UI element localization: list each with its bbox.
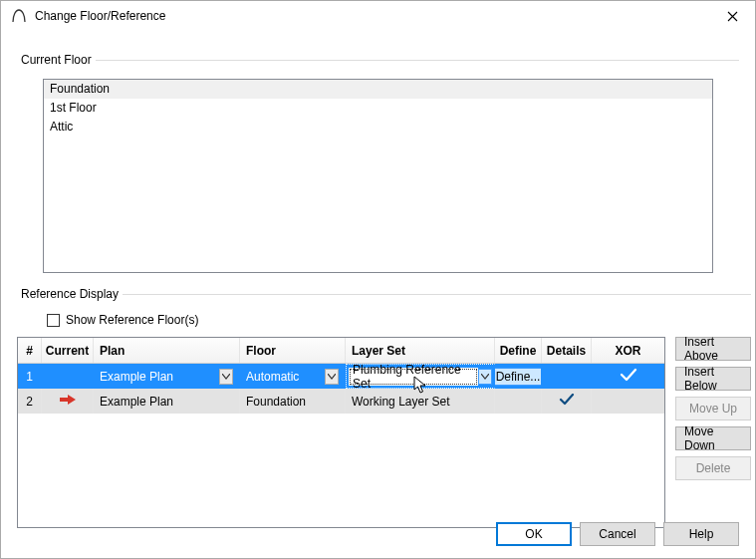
close-button[interactable] xyxy=(710,1,755,31)
cell-layerset[interactable]: Plumbing Reference Set xyxy=(346,364,495,389)
cell-current xyxy=(42,389,94,414)
chevron-down-icon[interactable] xyxy=(325,369,339,385)
cell-layerset-value: Plumbing Reference Set xyxy=(349,368,478,386)
col-plan[interactable]: Plan xyxy=(94,338,240,363)
cell-num: 1 xyxy=(18,364,42,389)
grid-header: # Current Plan Floor Layer Set Define De… xyxy=(18,338,664,364)
cell-define[interactable] xyxy=(495,389,542,414)
cell-plan[interactable]: Example Plan xyxy=(94,389,240,414)
col-define[interactable]: Define xyxy=(495,338,542,363)
grid-side-buttons: Insert Above Insert Below Move Up Move D… xyxy=(675,337,751,480)
col-layerset[interactable]: Layer Set xyxy=(346,338,495,363)
floor-item-foundation[interactable]: Foundation xyxy=(44,80,712,99)
chevron-down-icon[interactable] xyxy=(219,369,233,385)
cell-layerset[interactable]: Working Layer Set xyxy=(346,389,495,414)
reference-grid: # Current Plan Floor Layer Set Define De… xyxy=(17,337,665,528)
col-xor[interactable]: XOR xyxy=(592,338,664,363)
cell-details[interactable] xyxy=(542,364,592,389)
dialog-footer: OK Cancel Help xyxy=(496,522,739,546)
col-current[interactable]: Current xyxy=(42,338,94,363)
check-icon xyxy=(559,394,575,409)
grid-row-2[interactable]: 2 Example Plan Foundation Working Layer … xyxy=(18,389,664,414)
ok-button[interactable]: OK xyxy=(496,522,572,546)
dialog-change-floor-reference: Change Floor/Reference Current Floor Fou… xyxy=(0,0,756,559)
app-icon xyxy=(11,8,27,24)
cell-floor-value: Automatic xyxy=(246,370,299,384)
cell-floor[interactable]: Foundation xyxy=(240,389,346,414)
current-arrow-icon xyxy=(59,394,77,409)
cell-details[interactable] xyxy=(542,389,592,414)
reference-display-label: Reference Display xyxy=(17,287,123,301)
show-reference-label: Show Reference Floor(s) xyxy=(66,313,198,327)
help-button[interactable]: Help xyxy=(663,522,739,546)
check-icon xyxy=(620,368,637,385)
reference-display-group: Reference Display Show Reference Floor(s… xyxy=(17,287,751,528)
chevron-down-icon[interactable] xyxy=(478,369,492,385)
cell-current xyxy=(42,364,94,389)
show-reference-checkbox[interactable] xyxy=(47,314,60,327)
cell-plan[interactable]: Example Plan xyxy=(94,364,240,389)
cell-plan-value: Example Plan xyxy=(100,370,173,384)
col-num[interactable]: # xyxy=(18,338,42,363)
define-button[interactable]: Define... xyxy=(495,368,542,386)
floor-list[interactable]: Foundation 1st Floor Attic xyxy=(43,79,713,273)
cell-xor[interactable] xyxy=(592,364,664,389)
col-floor[interactable]: Floor xyxy=(240,338,346,363)
insert-above-button[interactable]: Insert Above xyxy=(675,337,751,361)
move-up-button[interactable]: Move Up xyxy=(675,397,751,420)
col-details[interactable]: Details xyxy=(542,338,592,363)
delete-button[interactable]: Delete xyxy=(675,456,751,480)
cell-xor[interactable] xyxy=(592,389,664,414)
floor-item-1st[interactable]: 1st Floor xyxy=(44,99,712,118)
floor-item-attic[interactable]: Attic xyxy=(44,118,712,137)
insert-below-button[interactable]: Insert Below xyxy=(675,367,751,391)
dialog-title: Change Floor/Reference xyxy=(35,9,165,23)
move-down-button[interactable]: Move Down xyxy=(675,426,751,450)
titlebar: Change Floor/Reference xyxy=(1,1,755,31)
cell-define[interactable]: Define... xyxy=(495,364,542,389)
cancel-button[interactable]: Cancel xyxy=(580,522,655,546)
cell-floor[interactable]: Automatic xyxy=(240,364,346,389)
current-floor-group: Current Floor Foundation 1st Floor Attic xyxy=(17,53,739,273)
current-floor-label: Current Floor xyxy=(17,53,96,67)
grid-row-1[interactable]: 1 Example Plan Automatic xyxy=(18,364,664,389)
cell-num: 2 xyxy=(18,389,42,414)
